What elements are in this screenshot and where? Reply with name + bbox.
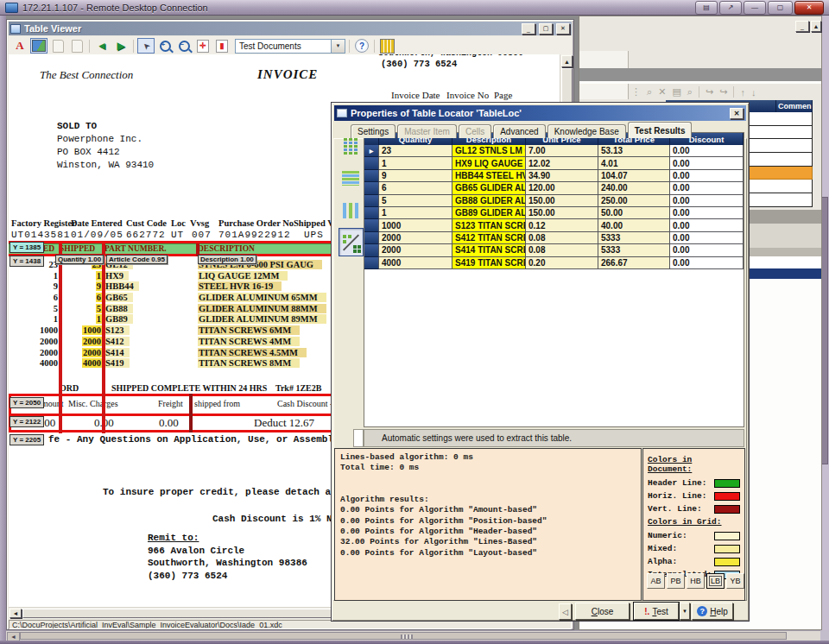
cell-discount[interactable]: 0.00: [670, 195, 744, 207]
viewer-maximize-button[interactable]: ▢: [539, 23, 553, 35]
prev-page-button[interactable]: [49, 38, 66, 54]
minimize-button[interactable]: —: [744, 1, 766, 15]
cell-quantity[interactable]: 23: [379, 145, 452, 157]
cell-description[interactable]: HBB44 STEEL HVR: [452, 170, 526, 182]
help-button[interactable]: ?: [353, 38, 370, 54]
cell-discount[interactable]: 0.00: [670, 219, 744, 231]
cell-total-price[interactable]: 53.13: [598, 145, 670, 157]
row-selector[interactable]: [364, 182, 379, 194]
cell-total-price[interactable]: 5333: [598, 244, 670, 256]
cell-total-price[interactable]: 5333: [598, 232, 670, 244]
back-button[interactable]: ◁: [559, 603, 572, 620]
cell-total-price[interactable]: 40.00: [598, 219, 670, 231]
cell-quantity[interactable]: 9: [379, 170, 452, 182]
cell-total-price[interactable]: 250.00: [598, 195, 670, 207]
rdp-pin-button[interactable]: ▤: [695, 1, 718, 15]
select-tool-button[interactable]: ➤: [137, 38, 155, 54]
text-view-button[interactable]: A: [11, 38, 28, 54]
result-row[interactable]: 4000 S419 TITAN SCRE 0.20 266.67 0.00: [364, 257, 744, 269]
cell-description[interactable]: S412 TITAN SCRE: [452, 232, 526, 244]
viewer-titlebar[interactable]: Table Viewer _ ▢ ✕: [9, 22, 572, 35]
test-button[interactable]: !.Test: [634, 603, 679, 620]
chevron-down-icon[interactable]: ▼: [331, 40, 345, 53]
rdp-vertical-scroll-thumb[interactable]: [821, 197, 828, 464]
cell-description[interactable]: GB65 GLIDER ALU: [452, 182, 526, 194]
cell-unit-price[interactable]: 0.20: [526, 257, 598, 269]
cell-discount[interactable]: 0.00: [670, 257, 744, 269]
cell-discount[interactable]: 0.00: [670, 145, 744, 157]
dialog-close-button[interactable]: ✕: [730, 108, 744, 119]
export2-icon[interactable]: ↪: [719, 86, 727, 98]
cell-quantity[interactable]: 1: [379, 157, 452, 169]
scroll-up-icon[interactable]: ▲: [561, 55, 573, 67]
cell-quantity[interactable]: 1: [379, 207, 452, 219]
cell-total-price[interactable]: 104.07: [598, 170, 670, 182]
close-dialog-button[interactable]: Close: [575, 603, 630, 620]
cell-description[interactable]: GB88 GLIDER ALU: [452, 195, 526, 207]
tab-settings[interactable]: Settings: [351, 124, 396, 138]
rdp-horizontal-scroll-thumb[interactable]: [20, 632, 787, 640]
result-row[interactable]: 5 GB88 GLIDER ALU 150.00 250.00 0.00: [364, 195, 744, 207]
tab-advanced[interactable]: Advanced: [493, 124, 545, 138]
viewer-minimize-button[interactable]: _: [522, 23, 535, 35]
fit-page-button[interactable]: ✛: [194, 38, 212, 54]
export-icon[interactable]: ↪: [706, 86, 713, 98]
maximize-button[interactable]: ▢: [768, 1, 793, 15]
help-dialog-button[interactable]: ?Help: [692, 603, 733, 620]
fit-width-button[interactable]: ▮: [213, 38, 231, 54]
scroll-left-icon[interactable]: ◄: [9, 609, 22, 618]
row-selector[interactable]: [364, 232, 379, 244]
cell-description[interactable]: HX9 LIQ GAUGE 12: [452, 157, 526, 169]
next-document-button[interactable]: ▶: [112, 38, 130, 54]
zoom-in-button[interactable]: +: [156, 38, 174, 54]
test-dropdown-button[interactable]: ▼: [680, 603, 690, 620]
view-rows-button[interactable]: [339, 165, 362, 192]
cell-unit-price[interactable]: 0.12: [526, 219, 598, 231]
row-selector[interactable]: [364, 170, 379, 182]
image-view-button[interactable]: [30, 38, 47, 54]
cell-quantity[interactable]: 2000: [379, 232, 452, 244]
cell-unit-price[interactable]: 0.08: [526, 244, 598, 256]
cell-total-price[interactable]: 240.00: [598, 182, 670, 194]
result-row[interactable]: 1 GB89 GLIDER ALU 150.00 50.00 0.00: [364, 207, 744, 219]
bg-scroll-up-icon[interactable]: ▲: [811, 21, 821, 32]
cell-discount[interactable]: 0.00: [670, 170, 744, 182]
cell-discount[interactable]: 0.00: [670, 207, 744, 219]
rdp-restore-session-button[interactable]: ↗: [719, 1, 742, 15]
cell-description[interactable]: S123 TITAN SCRE: [452, 219, 526, 231]
rdp-horizontal-scrollbar[interactable]: ◄: [6, 630, 820, 641]
viewer-close-button[interactable]: ✕: [556, 23, 570, 35]
cell-discount[interactable]: 0.00: [670, 182, 744, 194]
cell-discount[interactable]: 0.00: [670, 157, 744, 169]
cell-unit-price[interactable]: 120.00: [526, 182, 598, 194]
bg-minimize-button[interactable]: _: [795, 21, 809, 32]
row-selector[interactable]: [364, 195, 379, 207]
cell-description[interactable]: S419 TITAN SCRE: [452, 257, 526, 269]
algorithm-button[interactable]: YB: [726, 573, 744, 589]
close-button[interactable]: ✕: [794, 1, 824, 15]
algorithm-button[interactable]: HB: [687, 573, 705, 589]
algorithm-button[interactable]: LB: [706, 573, 725, 589]
algorithm-button[interactable]: PB: [667, 573, 685, 589]
tab-test-results[interactable]: Test Results: [628, 122, 693, 138]
result-row[interactable]: 23 GL12 STNLS LM 0 - 7.00 53.13 0.00: [364, 145, 744, 157]
search-icon[interactable]: ⌕: [647, 86, 652, 98]
result-row[interactable]: 1000 S123 TITAN SCRE 0.12 40.00 0.00: [364, 219, 744, 231]
result-row[interactable]: 2000 S412 TITAN SCRE 0.08 5333 0.00: [364, 232, 744, 244]
move-down-icon[interactable]: ↓: [751, 87, 756, 98]
cell-description[interactable]: S414 TITAN SCRE: [452, 244, 526, 256]
cell-quantity[interactable]: 4000: [379, 257, 452, 269]
document-set-select[interactable]: Test Documents ▼: [235, 39, 345, 54]
row-selector[interactable]: [364, 145, 379, 157]
cell-unit-price[interactable]: 12.02: [526, 157, 598, 169]
cell-quantity[interactable]: 1000: [379, 219, 452, 231]
cell-description[interactable]: GB89 GLIDER ALU: [452, 207, 526, 219]
cell-unit-price[interactable]: 0.08: [526, 232, 598, 244]
cell-quantity[interactable]: 6: [379, 182, 452, 194]
cell-quantity[interactable]: 2000: [379, 244, 452, 256]
rdp-titlebar[interactable]: 172.21.1.107 - Remote Desktop Connection…: [0, 0, 829, 16]
cell-discount[interactable]: 0.00: [670, 232, 744, 244]
view-columns-button[interactable]: [339, 197, 362, 224]
dialog-titlebar[interactable]: Properties of Table Locator 'TableLoc' ✕: [334, 105, 746, 121]
cell-discount[interactable]: 0.00: [670, 244, 744, 256]
